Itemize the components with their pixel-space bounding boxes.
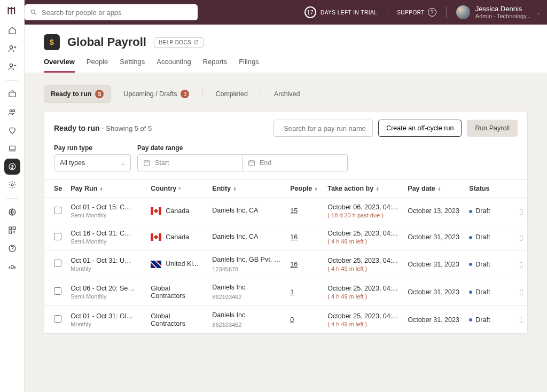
status-tab-ready[interactable]: Ready to run 5	[44, 85, 111, 103]
svg-point-7	[11, 184, 13, 186]
tab-overview[interactable]: Overview	[44, 58, 75, 73]
filter-type-select[interactable]: All types ⌄	[54, 154, 131, 171]
table-row[interactable]: Oct 01 - Oct 31: UK D...Monthly United K…	[44, 250, 527, 278]
entity-name: Daniels Inc, CA	[212, 233, 258, 240]
people-count-link[interactable]: 16	[290, 261, 298, 268]
svg-rect-16	[249, 161, 255, 166]
nav-handshake-icon[interactable]	[4, 258, 20, 275]
payrun-name: Oct 06 - Oct 20: Sem...	[71, 285, 135, 292]
nav-heart-icon[interactable]	[4, 122, 20, 138]
svg-point-0	[10, 46, 12, 49]
payrun-frequency: Semi-Monthly	[71, 238, 142, 245]
nav-settings-icon[interactable]	[4, 177, 20, 193]
pay-date: October 31, 2023	[403, 250, 465, 278]
table-row[interactable]: Oct 06 - Oct 20: Sem...Semi-Monthly Glob…	[44, 278, 527, 306]
support-link[interactable]: SUPPORT ?	[397, 8, 436, 17]
entity-name: Daniels Inc, GB Pvt. L...	[212, 256, 282, 263]
left-sidebar	[0, 0, 25, 392]
create-offcycle-button[interactable]: Create an off-cycle run	[378, 120, 462, 137]
chevron-down-icon: ⌄	[536, 10, 541, 15]
row-action-icon[interactable]: ▯	[515, 278, 527, 306]
due-text: ( 4 h 49 m left )	[327, 238, 399, 245]
row-checkbox[interactable]	[54, 233, 61, 240]
people-count-link[interactable]: 16	[290, 233, 298, 241]
trial-label: DAYS LEFT IN TRIAL	[321, 10, 377, 15]
table-row[interactable]: Oct 01 - Oct 15: Cana...Semi-Monthly Can…	[44, 198, 527, 224]
nav-laptop-icon[interactable]	[4, 140, 20, 156]
entity-name: Daniels Inc	[212, 311, 245, 319]
payrun-search[interactable]	[274, 120, 373, 137]
nav-help-icon[interactable]	[4, 240, 20, 256]
tab-people[interactable]: People	[87, 58, 108, 73]
flag-icon	[151, 233, 161, 241]
nav-person-remove-icon[interactable]	[4, 59, 20, 75]
people-count-link[interactable]: 0	[290, 316, 294, 324]
trial-indicator[interactable]: 17 DAYS LEFT IN TRIAL	[304, 6, 377, 18]
col-country[interactable]: Country ≡	[146, 179, 208, 198]
status-cell: Draft	[465, 198, 515, 224]
col-action-by[interactable]: Take action by▲▼	[323, 179, 403, 198]
row-action-icon[interactable]: ▯	[515, 198, 527, 224]
status-tab-upcoming[interactable]: Upcoming / Drafts 3	[117, 85, 196, 103]
filter-date-start[interactable]: Start	[137, 154, 243, 171]
row-checkbox[interactable]	[54, 260, 61, 267]
flag-icon	[151, 261, 161, 268]
svg-rect-11	[9, 231, 12, 233]
brand-logo[interactable]	[7, 5, 18, 16]
calendar-icon	[248, 159, 255, 167]
svg-rect-15	[144, 161, 150, 166]
status-tab-completed[interactable]: Completed	[209, 86, 254, 102]
calendar-icon	[143, 159, 151, 167]
row-action-icon[interactable]: ▯	[515, 306, 527, 334]
pay-date: October 13, 2023	[403, 198, 465, 224]
col-entity[interactable]: Entity▲▼	[208, 179, 286, 198]
tab-settings[interactable]: Settings	[120, 58, 145, 73]
tab-reports[interactable]: Reports	[203, 58, 228, 73]
status-tab-archived[interactable]: Archived	[268, 86, 307, 102]
global-search[interactable]	[25, 4, 198, 20]
user-menu[interactable]: Jessica Dennis Admin · Technology... ⌄	[456, 5, 541, 20]
nav-apps-icon[interactable]	[4, 222, 20, 238]
row-checkbox[interactable]	[54, 207, 61, 214]
row-checkbox[interactable]	[54, 315, 61, 323]
col-payrun[interactable]: Pay Run▲▼	[66, 179, 146, 198]
row-action-icon[interactable]: ▯	[515, 224, 527, 250]
user-name: Jessica Dennis	[475, 5, 531, 13]
ready-count-badge: 5	[95, 90, 104, 98]
table-row[interactable]: Oct 01 - Oct 31: Glob...Monthly Global C…	[44, 306, 527, 334]
status-cell: Draft	[465, 278, 515, 306]
nav-briefcase-icon[interactable]	[4, 86, 20, 102]
tab-filings[interactable]: Filings	[239, 58, 259, 73]
svg-point-4	[12, 109, 14, 112]
external-link-icon	[193, 40, 199, 45]
user-role: Admin · Technology...	[475, 13, 531, 20]
filter-date-end[interactable]: End	[243, 154, 348, 171]
payrun-name: Oct 16 - Oct 31: Cana...	[71, 230, 135, 237]
help-docs-link[interactable]: HELP DOCS	[154, 37, 204, 48]
svg-rect-5	[9, 146, 15, 150]
payrun-search-input[interactable]	[284, 124, 373, 132]
people-count-link[interactable]: 15	[290, 207, 298, 215]
people-count-link[interactable]: 1	[290, 288, 294, 296]
nav-payroll-icon[interactable]	[4, 159, 20, 175]
pay-date: October 31, 2023	[403, 278, 465, 306]
nav-people-icon[interactable]	[4, 104, 20, 120]
global-search-input[interactable]	[42, 4, 192, 20]
row-checkbox[interactable]	[54, 287, 61, 295]
row-action-icon[interactable]: ▯	[515, 250, 527, 278]
svg-rect-10	[13, 227, 15, 230]
svg-rect-9	[9, 227, 12, 230]
table-row[interactable]: Oct 16 - Oct 31: Cana...Semi-Monthly Can…	[44, 224, 527, 250]
run-payroll-button[interactable]: Run Payroll	[467, 120, 518, 137]
col-pay-date[interactable]: Pay date▲▼	[403, 179, 465, 198]
tab-accounting[interactable]: Accounting	[157, 58, 191, 73]
due-text: ( 4 h 49 m left )	[327, 293, 399, 300]
svg-rect-2	[9, 92, 15, 97]
svg-point-13	[31, 10, 35, 13]
pay-date: October 31, 2023	[403, 224, 465, 250]
nav-home-icon[interactable]	[4, 22, 20, 38]
nav-person-add-icon[interactable]	[4, 41, 20, 57]
col-people[interactable]: People▲▼	[286, 179, 323, 198]
nav-globe-icon[interactable]	[4, 204, 20, 220]
search-icon	[30, 9, 37, 16]
